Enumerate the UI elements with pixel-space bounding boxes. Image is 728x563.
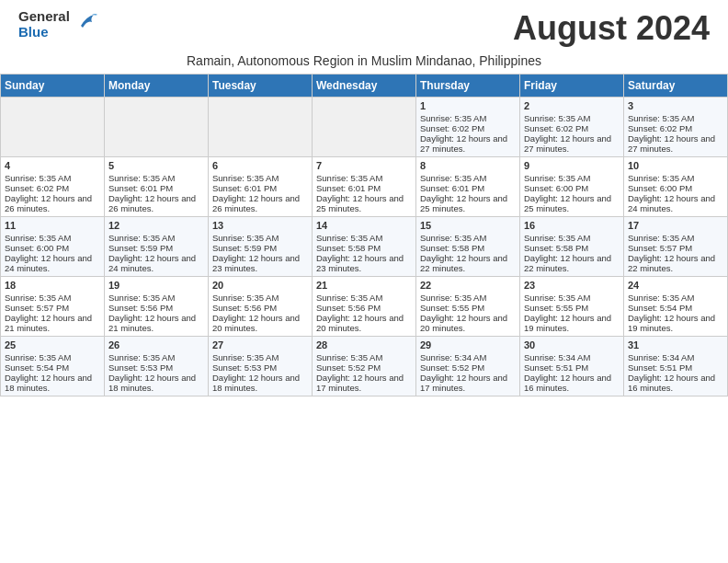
sunrise-text: Sunrise: 5:35 AM (628, 113, 694, 123)
sunset-text: Sunset: 5:54 PM (628, 303, 692, 313)
daylight-text: Daylight: 12 hours and 16 minutes. (628, 373, 715, 393)
day-number: 5 (108, 160, 204, 171)
header-sunday: Sunday (1, 75, 105, 98)
sunrise-text: Sunrise: 5:34 AM (420, 352, 486, 362)
calendar-cell: 23Sunrise: 5:35 AMSunset: 5:55 PMDayligh… (520, 277, 624, 337)
sunrise-text: Sunrise: 5:35 AM (316, 173, 382, 183)
calendar-cell: 6Sunrise: 5:35 AMSunset: 6:01 PMDaylight… (209, 157, 313, 217)
sunset-text: Sunset: 6:00 PM (524, 183, 588, 193)
sunset-text: Sunset: 6:01 PM (212, 183, 277, 193)
weekday-header-row: Sunday Monday Tuesday Wednesday Thursday… (1, 75, 728, 98)
calendar-cell (313, 98, 416, 157)
daylight-text: Daylight: 12 hours and 24 minutes. (628, 193, 715, 213)
calendar-cell: 24Sunrise: 5:35 AMSunset: 5:54 PMDayligh… (624, 277, 728, 337)
daylight-text: Daylight: 12 hours and 24 minutes. (5, 253, 92, 273)
sunrise-text: Sunrise: 5:35 AM (108, 173, 175, 183)
daylight-text: Daylight: 12 hours and 16 minutes. (524, 373, 611, 393)
daylight-text: Daylight: 12 hours and 22 minutes. (628, 253, 715, 273)
sunset-text: Sunset: 5:56 PM (108, 303, 173, 313)
sunrise-text: Sunrise: 5:35 AM (212, 293, 279, 303)
sunset-text: Sunset: 5:59 PM (108, 243, 173, 253)
page-container: General Blue August 2024 Ramain, Autonom… (0, 0, 728, 396)
sunrise-text: Sunrise: 5:35 AM (212, 173, 279, 183)
day-number: 29 (420, 339, 516, 350)
calendar-cell: 10Sunrise: 5:35 AMSunset: 6:00 PMDayligh… (624, 157, 728, 217)
calendar-cell: 26Sunrise: 5:35 AMSunset: 5:53 PMDayligh… (105, 337, 209, 396)
calendar-week-4: 18Sunrise: 5:35 AMSunset: 5:57 PMDayligh… (1, 277, 728, 337)
daylight-text: Daylight: 12 hours and 19 minutes. (628, 313, 715, 333)
sunset-text: Sunset: 5:56 PM (316, 303, 381, 313)
daylight-text: Daylight: 12 hours and 26 minutes. (5, 193, 92, 213)
day-number: 31 (628, 339, 723, 350)
day-number: 15 (420, 220, 516, 231)
day-number: 11 (5, 220, 100, 231)
header-thursday: Thursday (416, 75, 520, 98)
logo-blue: Blue (18, 25, 70, 40)
sunset-text: Sunset: 5:59 PM (212, 243, 277, 253)
daylight-text: Daylight: 12 hours and 23 minutes. (212, 253, 300, 273)
sunrise-text: Sunrise: 5:35 AM (212, 352, 279, 362)
day-number: 13 (212, 220, 308, 231)
calendar-cell: 16Sunrise: 5:35 AMSunset: 5:58 PMDayligh… (520, 217, 624, 277)
day-number: 20 (212, 280, 308, 291)
calendar-cell: 13Sunrise: 5:35 AMSunset: 5:59 PMDayligh… (209, 217, 313, 277)
sunset-text: Sunset: 6:01 PM (420, 183, 484, 193)
sunset-text: Sunset: 6:01 PM (316, 183, 381, 193)
calendar-cell: 19Sunrise: 5:35 AMSunset: 5:56 PMDayligh… (105, 277, 209, 337)
daylight-text: Daylight: 12 hours and 26 minutes. (212, 193, 300, 213)
daylight-text: Daylight: 12 hours and 23 minutes. (316, 253, 404, 273)
sunset-text: Sunset: 5:57 PM (5, 303, 69, 313)
logo-general: General (18, 9, 70, 25)
calendar-cell (105, 98, 209, 157)
daylight-text: Daylight: 12 hours and 17 minutes. (420, 373, 507, 393)
calendar-cell: 21Sunrise: 5:35 AMSunset: 5:56 PMDayligh… (313, 277, 416, 337)
header-monday: Monday (105, 75, 209, 98)
daylight-text: Daylight: 12 hours and 22 minutes. (524, 253, 611, 273)
calendar-cell: 1Sunrise: 5:35 AMSunset: 6:02 PMDaylight… (416, 98, 520, 157)
day-number: 19 (108, 280, 204, 291)
day-number: 6 (212, 160, 308, 171)
sunset-text: Sunset: 5:51 PM (524, 362, 588, 373)
calendar-cell: 25Sunrise: 5:35 AMSunset: 5:54 PMDayligh… (1, 337, 105, 396)
daylight-text: Daylight: 12 hours and 27 minutes. (524, 133, 611, 154)
day-number: 24 (628, 280, 723, 291)
day-number: 1 (420, 100, 516, 111)
daylight-text: Daylight: 12 hours and 20 minutes. (212, 313, 300, 333)
calendar-cell (1, 98, 105, 157)
day-number: 3 (628, 100, 723, 111)
daylight-text: Daylight: 12 hours and 21 minutes. (5, 313, 92, 333)
sunset-text: Sunset: 5:53 PM (108, 362, 173, 373)
day-number: 4 (5, 160, 100, 171)
daylight-text: Daylight: 12 hours and 18 minutes. (5, 373, 92, 393)
day-number: 22 (420, 280, 516, 291)
calendar-cell: 27Sunrise: 5:35 AMSunset: 5:53 PMDayligh… (209, 337, 313, 396)
daylight-text: Daylight: 12 hours and 25 minutes. (316, 193, 404, 213)
sunrise-text: Sunrise: 5:35 AM (108, 293, 175, 303)
day-number: 18 (5, 280, 100, 291)
day-number: 30 (524, 339, 620, 350)
day-number: 17 (628, 220, 723, 231)
month-title: August 2024 (513, 9, 710, 48)
sunset-text: Sunset: 5:53 PM (212, 362, 277, 373)
calendar-cell: 14Sunrise: 5:35 AMSunset: 5:58 PMDayligh… (313, 217, 416, 277)
calendar-cell: 5Sunrise: 5:35 AMSunset: 6:01 PMDaylight… (105, 157, 209, 217)
daylight-text: Daylight: 12 hours and 24 minutes. (108, 253, 196, 273)
sunrise-text: Sunrise: 5:34 AM (524, 352, 590, 362)
calendar-cell: 30Sunrise: 5:34 AMSunset: 5:51 PMDayligh… (520, 337, 624, 396)
calendar-cell: 28Sunrise: 5:35 AMSunset: 5:52 PMDayligh… (313, 337, 416, 396)
day-number: 21 (316, 280, 412, 291)
sunset-text: Sunset: 5:52 PM (316, 362, 381, 373)
header-wednesday: Wednesday (313, 75, 416, 98)
sunset-text: Sunset: 6:02 PM (524, 123, 588, 133)
day-number: 23 (524, 280, 620, 291)
header-friday: Friday (520, 75, 624, 98)
sunrise-text: Sunrise: 5:35 AM (316, 293, 382, 303)
sunrise-text: Sunrise: 5:35 AM (212, 233, 279, 243)
calendar-week-1: 1Sunrise: 5:35 AMSunset: 6:02 PMDaylight… (1, 98, 728, 157)
day-number: 10 (628, 160, 723, 171)
daylight-text: Daylight: 12 hours and 17 minutes. (316, 373, 404, 393)
sunrise-text: Sunrise: 5:35 AM (628, 173, 694, 183)
day-number: 2 (524, 100, 620, 111)
daylight-text: Daylight: 12 hours and 25 minutes. (524, 193, 611, 213)
calendar-cell: 2Sunrise: 5:35 AMSunset: 6:02 PMDaylight… (520, 98, 624, 157)
